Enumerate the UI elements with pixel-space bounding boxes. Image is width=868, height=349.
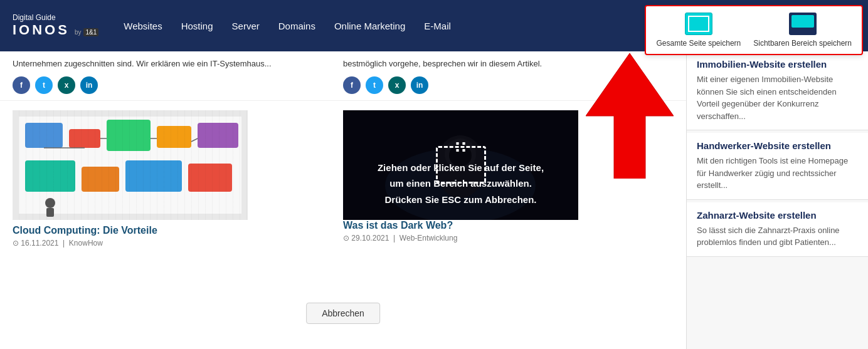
sidebar-item-immobilien: Immobilien-Website erstellen Mit einer e… <box>687 51 868 130</box>
screenshot-toolbar: Gesamte Seite speichern Sichtbaren Berei… <box>645 5 863 55</box>
visible-area-icon <box>789 13 817 35</box>
full-page-icon <box>685 13 712 35</box>
logo-area: Digital Guide IONOS by 1&1 <box>13 13 98 38</box>
svg-rect-2 <box>25 123 63 148</box>
darkweb-article-date: 29.10.2021 <box>343 234 389 242</box>
svg-rect-8 <box>82 167 119 192</box>
cloud-article-category: KnowHow <box>69 239 103 247</box>
save-full-page-label: Gesamte Seite speichern <box>656 39 741 48</box>
social-icons-1: f t x in <box>13 76 331 94</box>
xing-icon-2[interactable]: x <box>388 76 406 94</box>
article-snippet-1: Unternehmen zugeschnitten sind. Wir erkl… <box>13 58 343 94</box>
cancel-popup: Abbrechen <box>306 303 380 324</box>
svg-rect-7 <box>25 160 75 192</box>
linkedin-icon-2[interactable]: in <box>411 76 428 94</box>
svg-rect-9 <box>125 160 182 192</box>
save-visible-area-label: Sichtbaren Bereich speichern <box>753 39 852 48</box>
sidebar-immobilien-title[interactable]: Immobilien-Website erstellen <box>697 59 858 70</box>
svg-rect-6 <box>198 123 238 148</box>
nav-email[interactable]: E-Mail <box>424 21 451 31</box>
svg-marker-22 <box>586 53 674 179</box>
svg-rect-5 <box>157 126 191 148</box>
cloud-computing-image <box>13 110 248 220</box>
nav-websites[interactable]: Websites <box>124 21 162 31</box>
darkweb-article-category: Web-Entwicklung <box>400 234 457 242</box>
twitter-icon-1[interactable]: t <box>35 76 53 94</box>
logo-ionos: IONOS <box>13 22 70 38</box>
cloud-article-meta: 16.11.2021 | KnowHow <box>13 239 331 247</box>
svg-rect-1 <box>19 117 241 214</box>
selection-overlay: :: Ziehen oder klicken Sie auf der Seite… <box>343 110 578 220</box>
facebook-icon-2[interactable]: f <box>343 76 361 94</box>
sidebar-immobilien-text: Mit einer eigenen Immobilien-Website kön… <box>697 73 858 122</box>
sidebar: Immobilien-Website erstellen Mit einer e… <box>686 51 868 349</box>
nav-server[interactable]: Server <box>232 21 260 31</box>
sidebar-handwerker-text: Mit den richtigen Tools ist eine Homepag… <box>697 155 858 192</box>
selection-dashes <box>436 146 486 184</box>
twitter-icon-2[interactable]: t <box>366 76 383 94</box>
logo-digital-guide: Digital Guide <box>13 13 98 22</box>
svg-rect-0 <box>13 110 248 220</box>
nav-domains[interactable]: Domains <box>278 21 315 31</box>
svg-line-14 <box>191 138 198 142</box>
logo-181: 1&1 <box>83 28 98 36</box>
nav-online-marketing[interactable]: Online Marketing <box>334 21 405 31</box>
cloud-article-title-link[interactable]: Cloud Computing: Die Vorteile <box>13 225 157 236</box>
sidebar-item-zahnarzt: Zahnarzt-Website erstellen So lässt sich… <box>687 202 868 257</box>
content-area: Unternehmen zugeschnitten sind. Wir erkl… <box>0 51 686 349</box>
save-visible-area-button[interactable]: Sichtbaren Bereich speichern <box>753 13 852 48</box>
svg-rect-4 <box>107 120 151 151</box>
darkweb-article-meta: 29.10.2021 | Web-Entwicklung <box>343 234 661 242</box>
xing-icon-1[interactable]: x <box>58 76 75 94</box>
cancel-button-label[interactable]: Abbrechen <box>322 308 364 318</box>
svg-rect-3 <box>69 129 100 148</box>
article-card-cloud: Cloud Computing: Die Vorteile 16.11.2021… <box>13 110 343 247</box>
articles-top: Unternehmen zugeschnitten sind. Wir erkl… <box>0 51 686 101</box>
sidebar-zahnarzt-text: So lässt sich die Zahnarzt-Praxis online… <box>697 224 858 249</box>
facebook-icon-1[interactable]: f <box>13 76 30 94</box>
linkedin-icon-1[interactable]: in <box>80 76 98 94</box>
save-full-page-button[interactable]: Gesamte Seite speichern <box>656 13 741 48</box>
article-snippet-1-text: Unternehmen zugeschnitten sind. Wir erkl… <box>13 58 331 70</box>
dark-web-image: :: Ziehen oder klicken Sie auf der Seite… <box>343 110 578 220</box>
main-wrapper: Unternehmen zugeschnitten sind. Wir erkl… <box>0 51 868 349</box>
logo-by: by <box>75 29 82 36</box>
darkweb-article-title-link[interactable]: Was ist das Dark Web? <box>343 220 453 231</box>
sidebar-zahnarzt-title[interactable]: Zahnarzt-Website erstellen <box>697 210 858 221</box>
sidebar-handwerker-title[interactable]: Handwerker-Website erstellen <box>697 140 858 151</box>
main-nav: Websites Hosting Server Domains Online M… <box>124 21 451 31</box>
cloud-article-date: 16.11.2021 <box>13 239 58 247</box>
svg-point-15 <box>45 198 55 208</box>
articles-grid: Cloud Computing: Die Vorteile 16.11.2021… <box>0 110 686 247</box>
svg-rect-10 <box>188 164 232 192</box>
svg-rect-16 <box>46 208 54 217</box>
nav-hosting[interactable]: Hosting <box>181 21 213 31</box>
sidebar-item-handwerker: Handwerker-Website erstellen Mit den ric… <box>687 133 868 200</box>
red-arrow-indicator <box>586 53 674 181</box>
